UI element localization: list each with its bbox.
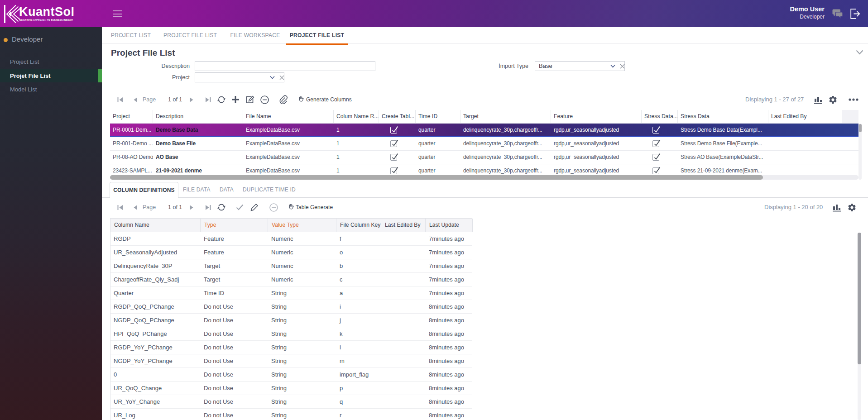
action-label[interactable]: Generate Columns [306,93,352,106]
column-header-8[interactable]: Stress Data... [642,110,678,124]
page-scrollbar[interactable] [858,233,861,420]
edit-icon[interactable] [246,95,255,104]
checkbox[interactable] [652,154,659,161]
grid-cell: Stress Demo Base Data(Exampl... [678,124,768,137]
sidebar-item-projet-file-list[interactable]: Projet File List [0,69,102,82]
table-row[interactable]: NGDP_YoY_PChangeDo not UseStringm8minute… [110,354,472,368]
column-header-0[interactable]: Project [110,110,153,124]
project-select[interactable] [195,72,284,82]
table-generate-icon[interactable] [288,204,294,210]
sidebar-item-project-list[interactable]: Project List [0,55,102,68]
subtab-file-data[interactable]: FILE DATA [183,182,211,198]
chart-icon[interactable] [814,95,823,104]
generate-columns-icon[interactable] [298,96,304,102]
table-row[interactable]: UR_YoY_ChangeDo not UseStringq8minutes a… [110,395,472,409]
table-row[interactable]: UR_SeasonallyAdjustedFeatureNumerico7min… [110,246,472,259]
hamburger-menu-icon[interactable] [113,10,122,18]
table-row[interactable]: PR-001-Demo ...Demo Base FileExampleData… [110,137,858,151]
column-header-4[interactable]: Create Tabl... [379,110,416,124]
column-header-5[interactable]: Time ID [416,110,460,124]
tab-project-list[interactable]: PROJECT LIST [110,27,151,43]
subtab-data[interactable]: DATA [220,182,234,198]
chevron-down-icon[interactable] [270,76,275,79]
action-label[interactable]: Table Generate [296,200,333,214]
first-page-icon[interactable] [117,204,124,211]
vertical-scrollbar-thumb[interactable] [859,124,862,132]
table-row[interactable]: DelinquencyRate_30PTargetNumericb7minute… [110,259,472,273]
table-row[interactable]: RGDP_QoQ_PChangeDo not UseStringi8minute… [110,300,472,314]
user-block[interactable]: Demo User Developer [790,5,825,20]
sidebar-item-model-list[interactable]: Model List [0,83,102,96]
page-scrollbar-thumb[interactable] [858,233,861,364]
table-row[interactable]: RGDP_YoY_PChangeDo not UseStringl8minute… [110,341,472,354]
checkbox[interactable] [390,167,397,174]
logout-icon[interactable] [850,9,860,19]
checkbox[interactable] [390,140,397,147]
column-header-5[interactable]: Last Update [426,219,473,232]
chart-icon[interactable] [832,203,841,212]
tab-file-workspace[interactable]: FILE WORKSPACE [230,27,280,43]
column-header-3[interactable]: Colum Name R... [334,110,379,124]
refresh-icon[interactable] [217,203,225,211]
table-row[interactable]: PR-0001-Dem...Demo Base DataExampleDataB… [110,124,858,137]
column-header-4[interactable]: Last Edited By [381,219,426,232]
checkbox[interactable] [390,154,397,161]
table-row[interactable]: UR_LogDo not UseStringr8minutes ago [110,409,472,420]
checkbox[interactable] [652,140,659,147]
table-row[interactable]: 23423-SAMPL...21-09-2021 denmeExampleDat… [110,164,858,175]
table-row[interactable]: UR_QoQ_ChangeDo not UseStringp8minutes a… [110,382,472,395]
column-header-1[interactable]: Type [201,219,268,232]
chevron-down-icon[interactable] [610,64,615,68]
edit-icon[interactable] [250,203,259,211]
subtab-duplicate-time-id[interactable]: DUPLICATE TIME ID [243,182,296,198]
horizontal-scrollbar[interactable] [110,175,858,180]
table-row[interactable]: RGDPFeatureNumericf7minutes ago [110,232,472,246]
horizontal-scrollbar-thumb[interactable] [110,175,763,180]
description-input[interactable] [195,61,375,71]
table-row[interactable]: HPI_QoQ_PChangeDo not UseStringk8minutes… [110,327,472,341]
table-row[interactable]: PR-08-AO DemoAO BaseExampleDataBase.csv1… [110,151,858,164]
column-header-2[interactable]: File Name [243,110,334,124]
attachment-icon[interactable] [279,95,288,104]
table-row[interactable]: ChargeoffRate_Qly_SadjTargetNumericc7min… [110,273,472,286]
table-row[interactable]: QuarterTime IDStringa7minutes ago [110,286,472,300]
grid-cell: 1 [334,124,379,137]
next-page-icon[interactable] [189,96,194,103]
clear-icon[interactable] [279,75,284,80]
vertical-scrollbar[interactable] [858,124,862,180]
clear-icon[interactable] [620,64,625,69]
column-header-10[interactable]: Last Edited By [768,110,842,124]
last-page-icon[interactable] [205,204,211,211]
table-row[interactable]: 0Do not UseStringimport_flag8minutes ago [110,368,472,382]
column-header-3[interactable]: File Column Key [336,219,381,232]
refresh-icon[interactable] [217,95,225,104]
column-header-1[interactable]: Description [153,110,243,124]
column-header-7[interactable]: Feature [551,110,642,124]
column-header-6[interactable]: Target [460,110,551,124]
remove-icon[interactable] [269,203,278,212]
checkbox[interactable] [390,127,397,134]
settings-icon[interactable] [847,203,857,212]
previous-page-icon[interactable] [133,96,138,103]
table-row[interactable]: NGDP_QoQ_PChangeDo not UseStringj8minute… [110,314,472,327]
checkbox[interactable] [652,167,659,174]
settings-icon[interactable] [828,95,838,105]
checkbox[interactable] [652,127,659,134]
previous-page-icon[interactable] [133,204,138,211]
first-page-icon[interactable] [117,96,124,103]
column-header-0[interactable]: Column Name [110,219,201,232]
confirm-icon[interactable] [236,204,244,210]
import-type-select[interactable]: Base [535,61,625,71]
more-icon[interactable] [849,98,858,101]
tab-project-file-list[interactable]: PROJECT FILE LIST [163,27,216,43]
chat-icon[interactable] [832,9,843,19]
next-page-icon[interactable] [189,204,194,211]
tab-project-file-list[interactable]: PROJECT FILE LIST [286,27,348,43]
column-header-2[interactable]: Value Type [268,219,336,232]
collapse-panel-icon[interactable] [856,50,863,55]
last-page-icon[interactable] [205,96,211,103]
column-header-9[interactable]: Stress Data [678,110,768,124]
subtab-column-definitions[interactable]: COLUMN DEFINITIONS [110,182,178,198]
add-icon[interactable] [231,95,240,104]
remove-icon[interactable] [260,95,269,104]
